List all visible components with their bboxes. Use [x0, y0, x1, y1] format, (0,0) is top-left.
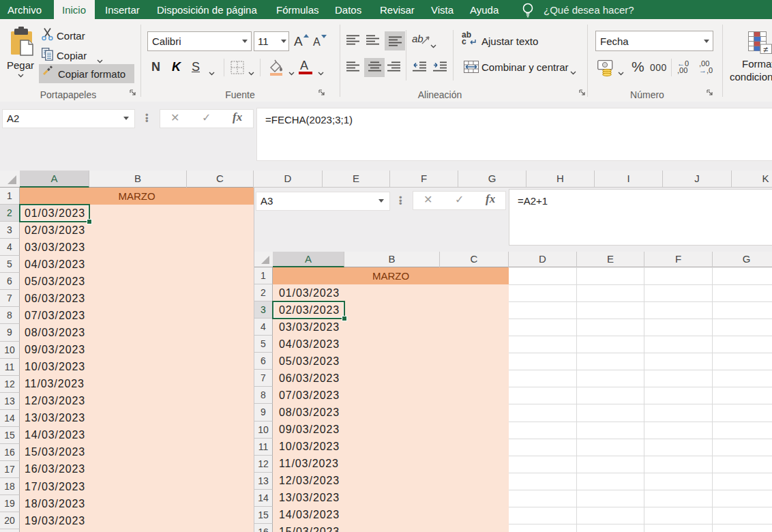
svg-text:≠: ≠ [763, 44, 768, 55]
